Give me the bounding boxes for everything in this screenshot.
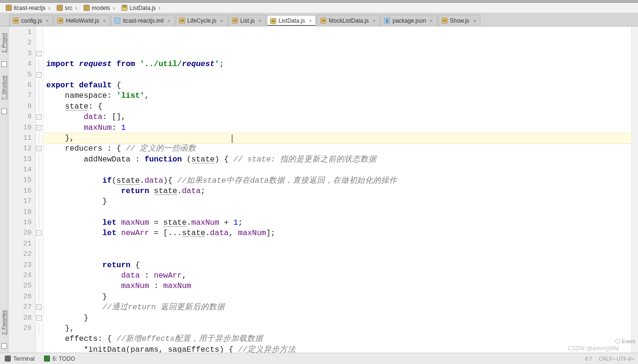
line-number: 24 <box>9 271 34 281</box>
tab-mocklistdata[interactable]: JS MockListData.js × <box>317 15 380 26</box>
project-icon <box>1 61 7 67</box>
close-icon[interactable]: × <box>167 18 170 24</box>
todo-tool-button[interactable]: 6: TODO <box>39 356 80 362</box>
favorites-icon <box>1 343 7 349</box>
tab-label: package.json <box>392 17 426 24</box>
code-line[interactable]: state: { <box>43 102 631 112</box>
code-line[interactable] <box>43 207 631 218</box>
fold-toggle-icon[interactable]: − <box>36 305 42 310</box>
crumb-src[interactable]: src › <box>54 4 81 12</box>
line-number: 23 <box>9 260 34 271</box>
code-line[interactable] <box>43 165 631 175</box>
line-number: 17 <box>9 196 34 207</box>
line-number: 19 <box>9 218 34 228</box>
js-file-icon <box>121 5 128 11</box>
close-icon[interactable]: × <box>220 18 223 24</box>
tab-listdata[interactable]: JS ListData.js × <box>267 15 316 26</box>
code-line[interactable]: if(state.data){ //如果state中存在data数据，直接返回，… <box>43 176 631 186</box>
code-line[interactable]: }, <box>43 133 631 144</box>
fold-toggle-icon[interactable]: − <box>36 51 42 56</box>
close-icon[interactable]: × <box>103 18 106 24</box>
js-file-icon: JS <box>442 17 448 24</box>
tab-config[interactable]: JS config.js × <box>9 15 53 26</box>
line-number: 16 <box>9 186 34 196</box>
code-line[interactable]: namespace: 'list', <box>43 91 631 101</box>
code-line[interactable] <box>43 239 631 249</box>
close-icon[interactable]: × <box>473 18 476 24</box>
tab-list[interactable]: JS List.js × <box>229 15 266 26</box>
crumb-project[interactable]: itcast-reactjs › <box>3 4 54 12</box>
code-line[interactable] <box>43 70 631 80</box>
line-number: 12 <box>9 144 34 154</box>
tab-bar: JS config.js × JS HelloWorld.js × itcast… <box>0 13 638 26</box>
code-line[interactable]: reducers : { // 定义的一些函数 <box>43 144 631 154</box>
close-icon[interactable]: × <box>258 18 261 24</box>
code-line[interactable]: let maxNum = state.maxNum + 1; <box>43 218 631 228</box>
fold-toggle-icon[interactable]: − <box>36 125 42 130</box>
tab-label: HelloWorld.js <box>66 17 99 24</box>
json-file-icon: {} <box>384 17 390 24</box>
code-line[interactable]: import request from '../util/request'; <box>43 59 631 69</box>
tab-iml[interactable]: itcast-reactjs.iml × <box>111 15 174 26</box>
line-number: 7 <box>9 91 34 101</box>
code-line[interactable]: return { <box>43 260 631 271</box>
tab-label: config.js <box>21 17 42 24</box>
structure-tool-button[interactable]: 7: Structure <box>1 74 7 102</box>
code-line[interactable]: } <box>43 196 631 207</box>
line-number: 3 <box>9 49 34 59</box>
crumb-label: models <box>92 5 110 11</box>
fold-toggle-icon[interactable]: − <box>36 114 42 119</box>
tab-package[interactable]: {} package.json × <box>381 15 437 26</box>
code-line[interactable]: effects: { //新增effects配置，用于异步加载数据 <box>43 334 631 344</box>
code-line[interactable]: data: [], <box>43 112 631 122</box>
close-icon[interactable]: × <box>309 18 312 24</box>
code-line[interactable]: } <box>43 292 631 302</box>
crumb-models[interactable]: models › <box>81 4 119 12</box>
structure-icon <box>1 109 7 114</box>
terminal-label: Terminal <box>13 356 34 362</box>
crumb-label: ListData.js <box>129 5 156 11</box>
code-line[interactable]: maxNum: 1 <box>43 123 631 133</box>
code-line[interactable]: return state.data; <box>43 186 631 196</box>
crumb-file[interactable]: ListData.js › <box>119 4 164 12</box>
fold-toggle-icon[interactable]: − <box>36 315 42 321</box>
code-line[interactable] <box>43 249 631 260</box>
line-number: 6 <box>9 80 34 91</box>
code-area[interactable]: import request from '../util/request'; e… <box>43 26 631 353</box>
code-line[interactable]: }, <box>43 323 631 334</box>
tab-label: ListData.js <box>279 17 305 24</box>
close-icon[interactable]: × <box>46 18 49 24</box>
terminal-tool-button[interactable]: Terminal <box>0 356 39 362</box>
fold-toggle-icon[interactable]: − <box>36 72 42 77</box>
line-number: 14 <box>9 165 34 175</box>
code-line[interactable]: //通过return 返回更新后的数据 <box>43 302 631 313</box>
folder-icon <box>57 5 63 11</box>
line-number: 25 <box>9 281 34 291</box>
code-line[interactable]: export default { <box>43 80 631 91</box>
event-log-button[interactable]: Event <box>615 339 635 344</box>
todo-icon <box>44 356 50 362</box>
event-log-label: Event <box>622 339 635 344</box>
close-icon[interactable]: × <box>373 18 375 24</box>
fold-toggle-icon[interactable]: − <box>36 146 42 151</box>
tab-label: Show.js <box>450 17 469 24</box>
code-line[interactable]: let newArr = [...state.data, maxNum]; <box>43 228 631 238</box>
chevron-right-icon: › <box>113 5 115 11</box>
code-line[interactable]: } <box>43 313 631 323</box>
code-line[interactable]: maxNum : maxNum <box>43 281 631 291</box>
js-file-icon: JS <box>232 17 238 24</box>
favorites-tool-button[interactable]: 2: Favorites <box>1 308 7 337</box>
tab-show[interactable]: JS Show.js × <box>438 15 481 26</box>
editor[interactable]: 1234567891011121314151617181920212223242… <box>9 26 638 353</box>
close-icon[interactable]: × <box>430 18 433 24</box>
js-file-icon: JS <box>13 17 19 24</box>
project-tool-button[interactable]: 1: Project <box>1 31 7 55</box>
iml-file-icon <box>114 17 120 24</box>
line-number: 11 <box>9 133 34 144</box>
tab-lifecycle[interactable]: JS LifeCycle.js × <box>176 15 228 26</box>
fold-toggle-icon[interactable]: − <box>36 230 42 236</box>
code-line[interactable]: data : newArr, <box>43 271 631 281</box>
chevron-right-icon: › <box>159 5 161 11</box>
code-line[interactable]: addNewData : function (state) { // state… <box>43 154 631 165</box>
tab-helloworld[interactable]: JS HelloWorld.js × <box>54 15 110 26</box>
